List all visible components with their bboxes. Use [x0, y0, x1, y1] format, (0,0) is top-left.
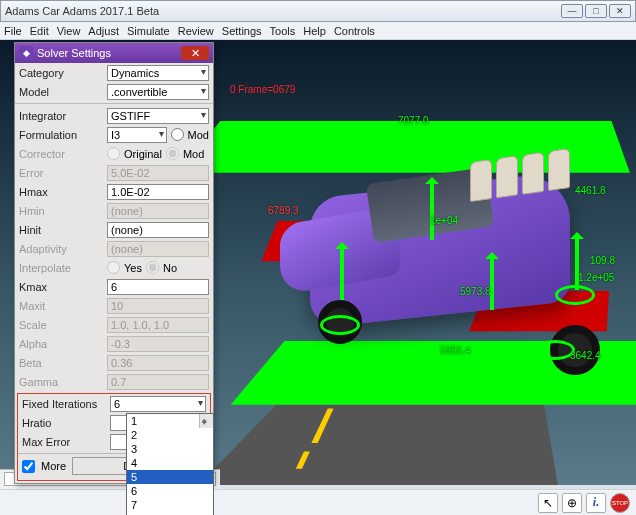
dropdown-item[interactable]: 3	[127, 442, 213, 456]
force-value: 5955.4	[440, 345, 471, 356]
menu-adjust[interactable]: Adjust	[88, 25, 119, 37]
category-select[interactable]: Dynamics	[107, 65, 209, 81]
force-value: 3642.4	[570, 350, 601, 361]
vehicle-model	[280, 155, 590, 365]
alpha-label: Alpha	[19, 338, 107, 350]
menu-view[interactable]: View	[57, 25, 81, 37]
hmax-label: Hmax	[19, 186, 107, 198]
dropdown-item[interactable]: 2	[127, 428, 213, 442]
beta-field: 0.36	[107, 355, 209, 371]
dropdown-item[interactable]: 4	[127, 456, 213, 470]
window-title: Adams Car Adams 2017.1 Beta	[5, 5, 159, 17]
scale-label: Scale	[19, 319, 107, 331]
more-label: More	[41, 460, 66, 472]
maxerror-label: Max Error	[22, 436, 110, 448]
moment-ring-icon	[535, 340, 575, 360]
corrector-mod-radio	[166, 147, 179, 160]
fixed-iterations-dropdown[interactable]: 1 2 3 4 5 6 7 8 9 10	[126, 413, 214, 515]
force-value: 5973.8	[460, 286, 491, 297]
highlighted-section: Fixed Iterations6 Hratio Max Error More …	[17, 393, 211, 481]
dialog-icon: ◆	[19, 46, 33, 60]
formulation-label: Formulation	[19, 129, 107, 141]
adaptivity-field: (none)	[107, 241, 209, 257]
category-label: Category	[19, 67, 107, 79]
fixed-iterations-label: Fixed Iterations	[22, 398, 110, 410]
dialog-close-button[interactable]: ✕	[181, 46, 209, 60]
dropdown-item[interactable]: 6	[127, 484, 213, 498]
integrator-select[interactable]: GSTIFF	[107, 108, 209, 124]
menu-settings[interactable]: Settings	[222, 25, 262, 37]
formulation-mod-radio[interactable]	[171, 128, 184, 141]
hmin-field: (none)	[107, 203, 209, 219]
maxit-field: 10	[107, 298, 209, 314]
corrector-original-radio	[107, 147, 120, 160]
menu-help[interactable]: Help	[303, 25, 326, 37]
interpolate-label: Interpolate	[19, 262, 107, 274]
error-field: 5.0E-02	[107, 165, 209, 181]
force-arrow-icon	[340, 245, 344, 300]
menu-review[interactable]: Review	[178, 25, 214, 37]
force-value: 1.2e+05	[578, 272, 614, 283]
alpha-field: -0.3	[107, 336, 209, 352]
corrector-label: Corrector	[19, 148, 107, 160]
gamma-label: Gamma	[19, 376, 107, 388]
dropdown-item[interactable]: 5	[127, 470, 213, 484]
formulation-select[interactable]: I3	[107, 127, 167, 143]
moment-ring-icon	[320, 315, 360, 335]
moment-ring-icon	[555, 285, 595, 305]
kmax-label: Kmax	[19, 281, 107, 293]
integrator-label: Integrator	[19, 110, 107, 122]
maxit-label: Maxit	[19, 300, 107, 312]
maximize-button[interactable]: □	[585, 4, 607, 18]
error-label: Error	[19, 167, 107, 179]
model-select[interactable]: .convertible	[107, 84, 209, 100]
stop-icon[interactable]: STOP	[610, 493, 630, 513]
close-button[interactable]: ✕	[609, 4, 631, 18]
status-bar: ↖ ⊕ i. STOP	[0, 489, 636, 515]
menu-edit[interactable]: Edit	[30, 25, 49, 37]
scale-field: 1.0, 1.0, 1.0	[107, 317, 209, 333]
hmin-label: Hmin	[19, 205, 107, 217]
minimize-button[interactable]: —	[561, 4, 583, 18]
solver-settings-dialog: ◆ Solver Settings ✕ CategoryDynamics Mod…	[14, 42, 214, 484]
dialog-title: Solver Settings	[37, 47, 111, 59]
hinit-field[interactable]: (none)	[107, 222, 209, 238]
info-icon[interactable]: i.	[586, 493, 606, 513]
dropdown-scrollbar[interactable]	[199, 414, 213, 428]
dropdown-item[interactable]: 7	[127, 498, 213, 512]
menu-file[interactable]: File	[4, 25, 22, 37]
force-value: 7077.0	[398, 115, 429, 126]
dialog-titlebar[interactable]: ◆ Solver Settings ✕	[15, 43, 213, 63]
hinit-label: Hinit	[19, 224, 107, 236]
more-checkbox[interactable]	[22, 460, 35, 473]
force-value: 1e+04	[430, 215, 458, 226]
hmax-field[interactable]: 1.0E-02	[107, 184, 209, 200]
cursor-tool-icon[interactable]: ↖	[538, 493, 558, 513]
force-value: 109.8	[590, 255, 615, 266]
nav-wheel-icon[interactable]: ⊕	[562, 493, 582, 513]
force-arrow-icon	[490, 255, 494, 310]
menu-tools[interactable]: Tools	[270, 25, 296, 37]
adaptivity-label: Adaptivity	[19, 243, 107, 255]
force-value: 4461.8	[575, 185, 606, 196]
kmax-field[interactable]: 6	[107, 279, 209, 295]
force-arrow-icon	[430, 180, 434, 240]
window-titlebar: Adams Car Adams 2017.1 Beta — □ ✕	[0, 0, 636, 22]
interpolate-yes-radio	[107, 261, 120, 274]
frame-counter: 0 Frame=0679	[230, 84, 295, 95]
gamma-field: 0.7	[107, 374, 209, 390]
menubar: File Edit View Adjust Simulate Review Se…	[0, 22, 636, 40]
interpolate-no-radio	[146, 261, 159, 274]
fixed-iterations-select[interactable]: 6	[110, 396, 206, 412]
beta-label: Beta	[19, 357, 107, 369]
hratio-label: Hratio	[22, 417, 110, 429]
menu-controls[interactable]: Controls	[334, 25, 375, 37]
model-label: Model	[19, 86, 107, 98]
menu-simulate[interactable]: Simulate	[127, 25, 170, 37]
force-value: 6789.3	[268, 205, 299, 216]
